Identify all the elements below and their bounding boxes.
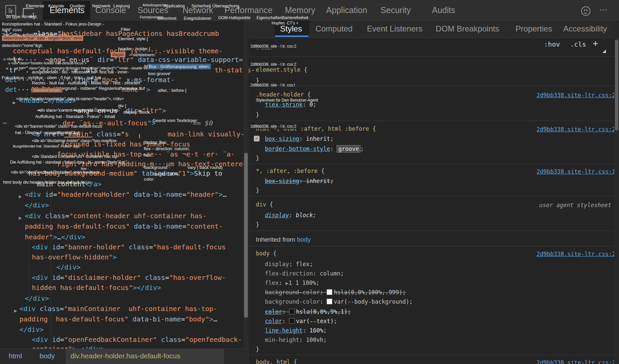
text-run: header - holder { <box>118 46 150 51</box>
tab-dom-breakpoints[interactable]: DOM Breakpoints <box>432 20 502 38</box>
dom-line[interactable]: <div id="headerAreaHolder" data-bi-name=… <box>25 190 227 198</box>
css-selector[interactable]: *, :after, :before { <box>256 168 325 174</box>
stylesheet-link[interactable]: 2d9bb338.site-ltr.css:2 <box>537 92 615 99</box>
css-selector[interactable]: .header-holder { <box>256 91 311 98</box>
translation-overlay: Konzeptionelles hat - Standard - Fokus j… <box>2 21 104 26</box>
text-run: vary ( back round) <box>187 165 223 170</box>
expand-arrow-icon[interactable]: ▶ <box>14 306 17 314</box>
translation-overlay: 2d9bb338. site - l tr. css:l <box>249 83 296 87</box>
text-run: ▶ <box>19 193 22 199</box>
css-selector[interactable]: body { <box>256 250 276 257</box>
text-run: ▶ <box>14 308 17 314</box>
text-run: "content-header uhf-container has- <box>69 212 206 220</box>
text-run: body, html <box>256 359 294 364</box>
text-run: detection="none"&gt; <box>2 43 43 48</box>
dom-line[interactable]: main-link visually- <box>168 130 244 138</box>
feedback-smiley-icon[interactable] <box>581 6 590 16</box>
translation-overlay: —verkleinern: <box>129 52 156 57</box>
stylesheet-link[interactable]: 2d9bb338.site-ltr.css:2 <box>537 126 615 133</box>
dom-line[interactable]: padding has-default-focus" data-bi-name=… <box>25 222 223 230</box>
css-property-line[interactable]: flex: ▶1 1 100%; <box>265 280 320 286</box>
expand-arrow-icon[interactable]: ▶ <box>13 98 16 106</box>
css-property-line[interactable]: color: hsla(0,0%,9%,1); <box>265 308 351 315</box>
css-property-line[interactable]: background-color: var(--body-background)… <box>265 298 413 305</box>
text-run: dlagan <box>112 52 124 57</box>
text-run <box>137 169 142 177</box>
css-property-line[interactable]: border-bottom-style: groove; <box>265 145 364 152</box>
text-run: div { <box>118 103 126 108</box>
text-run: > <box>190 169 194 177</box>
translation-overlay: Eigenschaften <box>257 15 282 20</box>
color-swatch-icon <box>327 299 332 304</box>
expand-arrow-icon[interactable]: ▶ <box>19 192 22 200</box>
text-run: : <box>289 261 296 267</box>
text-run: padding has-default-focus" <box>25 222 130 230</box>
dom-line[interactable]: <div class="content-header uhf-container… <box>25 212 207 220</box>
stylesheet-link[interactable]: 2d9bb338.site-ltr.css:2 <box>537 359 615 364</box>
css-property-line[interactable]: display: flex; <box>265 261 313 267</box>
css-property-line[interactable]: background-color: hsla(0,0%,100%,.999); <box>265 289 406 296</box>
breadcrumb-item-body[interactable]: body <box>40 352 55 360</box>
text-run: </div> <box>25 201 49 209</box>
dom-line[interactable]: <div id="disclaimer-holder" class="has-o… <box>32 274 226 282</box>
text-run: 2d9bb338. site - l tr. css:2 <box>250 62 296 67</box>
text-run: .header-holder <box>256 91 307 98</box>
dom-line[interactable]: header">…</div> <box>25 233 86 241</box>
dom-line[interactable]: </div> <box>25 201 49 209</box>
dom-line[interactable]: <div id="banner-holder" class="has-defau… <box>32 243 226 251</box>
dom-line[interactable]: </div> <box>19 325 44 333</box>
tab-accessibility[interactable]: Accessibility <box>560 20 611 38</box>
dom-line[interactable]: th-status- <box>215 66 255 74</box>
translation-overlay: html body div.header-holder.has-default-… <box>3 180 91 185</box>
more-menu-icon[interactable]: ⋯ <box>599 5 609 15</box>
translation-overlay: ausgeblendet - bis - fokussiert ist - fe… <box>32 69 129 74</box>
dom-line[interactable]: padding has-default-focus" data-bi-name=… <box>19 315 217 323</box>
breadcrumb-item-selected[interactable]: div.header-holder.has-default-focus <box>70 352 180 360</box>
css-selector[interactable]: element.style { <box>256 66 307 73</box>
text-run: min-height <box>265 337 299 343</box>
stylesheet-link[interactable]: 2d9bb338.site-ltr.css:1 <box>537 168 615 175</box>
css-property-line[interactable]: line-height: 160%; <box>265 327 327 334</box>
dom-line[interactable]: </div> <box>25 294 49 302</box>
dom-line[interactable]: <div class="mainContainer uhf-container … <box>19 305 217 313</box>
dom-line[interactable]: hidden has-default-focus"></div> <box>32 284 161 292</box>
tab-security[interactable]: Security <box>376 0 415 20</box>
dom-line[interactable]: </div> <box>56 263 80 271</box>
translation-overlay: Quellen <box>70 3 85 8</box>
text-run: Konzeptionelles hat - Standard - Fokus j… <box>2 21 104 26</box>
tab-application[interactable]: Application <box>322 0 372 20</box>
tab-elements[interactable]: Elements <box>45 0 89 20</box>
expand-arrow-icon[interactable]: ▶ <box>19 213 22 221</box>
text-run: .v <body dir. <box>3 57 23 61</box>
css-property-line[interactable]: color: var(--text); <box>265 318 337 324</box>
dom-line[interactable]: has-overflow-hidden"> <box>32 253 117 261</box>
overflow-dots[interactable]: ⋯ <box>3 119 7 127</box>
css-selector[interactable]: body, html { <box>256 359 297 364</box>
tab-computed[interactable]: Computed <box>312 20 356 38</box>
dom-line[interactable]: <div id="openFeedbackContainer" class="o… <box>32 336 242 344</box>
tab-properties[interactable]: Properties <box>512 20 555 38</box>
css-property-line[interactable]: min-height: 100vh; <box>265 337 327 343</box>
breadcrumb-item-html[interactable]: html <box>9 352 22 360</box>
dom-tree-scrollbar[interactable] <box>243 20 248 349</box>
translation-overlay: div { <box>118 103 126 108</box>
tab-audits[interactable]: Audits <box>427 0 460 20</box>
translation-overlay: DOM-Haltepunkte <box>218 15 250 20</box>
css-property-line[interactable]: flex-direction: column; <box>265 270 344 277</box>
text-run: </div> <box>61 233 85 241</box>
scrollbar-thumb[interactable] <box>615 40 618 131</box>
css-property-line[interactable]: box-sizing: inherit; <box>265 178 334 184</box>
tab-console[interactable]: Console <box>91 0 131 20</box>
css-rule-close: } <box>256 187 259 194</box>
stylesheet-link[interactable]: 2d9bb338.site-ltr.css:2 <box>537 251 615 257</box>
text-run: data-bi-name <box>134 222 182 230</box>
css-property-line[interactable]: display: block; <box>265 212 317 219</box>
text-run <box>125 243 129 251</box>
css-property-line[interactable]: box-sizing: inherit; <box>265 135 334 142</box>
scrollbar-thumb[interactable] <box>244 153 248 318</box>
css-property-checkbox[interactable]: ✓ <box>254 135 260 141</box>
css-selector[interactable]: div { <box>256 201 273 208</box>
translation-overlay: flex – direction: column; <box>144 146 190 151</box>
tab-event-listeners[interactable]: Event Listeners <box>363 20 426 38</box>
styles-scrollbar[interactable] <box>614 20 619 364</box>
